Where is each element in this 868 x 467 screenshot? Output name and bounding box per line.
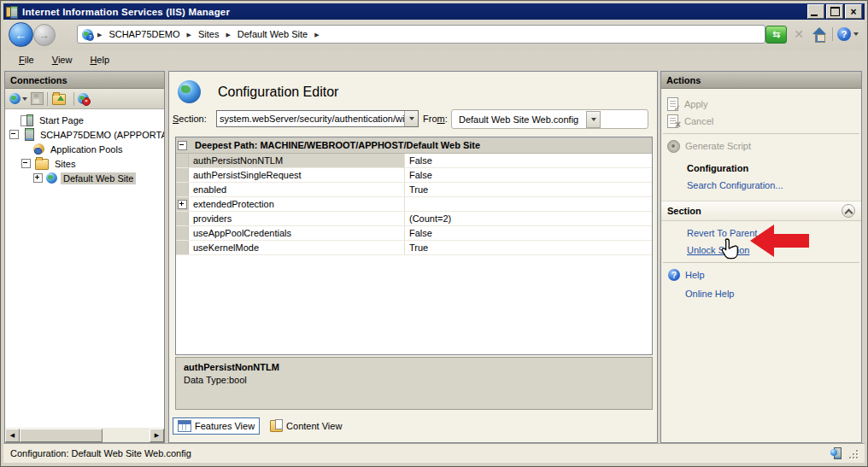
home-button[interactable] — [811, 26, 828, 43]
property-name-cell[interactable]: enabled — [189, 183, 405, 196]
resize-grip[interactable] — [847, 448, 858, 458]
tree-item[interactable]: Start Page — [5, 113, 164, 127]
scroll-thumb[interactable] — [20, 429, 103, 442]
collapse-section-button[interactable] — [842, 204, 855, 218]
configuration-editor-panel: Configuration Editor Section: system.web… — [168, 71, 658, 443]
delete-connection-button[interactable]: × — [78, 93, 89, 104]
apply-button[interactable]: Apply — [661, 96, 861, 113]
property-value-cell[interactable]: False — [405, 226, 652, 240]
grid-row[interactable]: enabledTrue — [176, 183, 652, 197]
script-icon — [667, 140, 680, 153]
tab-features-view[interactable]: Features View — [173, 417, 260, 435]
property-value-cell[interactable]: True — [405, 241, 652, 254]
app-icon — [6, 6, 18, 18]
from-dropdown-button[interactable] — [586, 111, 601, 128]
property-value-cell[interactable]: False — [405, 154, 652, 167]
search-configuration-link[interactable]: Search Configuration... — [661, 177, 861, 194]
breadcrumb-item[interactable]: Default Web Site — [237, 29, 308, 39]
help-link[interactable]: Help — [685, 270, 705, 280]
address-bar[interactable]: ? ▶SCHAP75DEMO▶Sites▶Default Web Site▶ — [77, 25, 765, 44]
menu-bar: FileViewHelp — [3, 50, 865, 69]
property-name-cell[interactable]: providers — [189, 212, 405, 225]
menu-item-view[interactable]: View — [52, 55, 73, 65]
close-button[interactable]: × — [845, 4, 862, 19]
tree-expander-icon[interactable] — [21, 159, 31, 168]
scroll-right-button[interactable]: ▶ — [150, 429, 164, 442]
back-button[interactable]: ← — [9, 22, 33, 47]
menu-item-help[interactable]: Help — [90, 55, 109, 65]
save-connections-button[interactable] — [31, 92, 44, 105]
chevron-down-icon — [409, 117, 414, 120]
grid-row-gutter — [176, 241, 189, 254]
maximize-icon — [830, 7, 840, 16]
property-name-cell[interactable]: authPersistNonNTLM — [189, 154, 405, 167]
tab-content-view[interactable]: Content View — [265, 417, 347, 435]
tree-item[interactable]: SCHAP75DEMO (APPPORTAL — [5, 127, 164, 142]
actions-separator — [663, 133, 859, 134]
connections-panel: Connections × Start PageSCHAP75DEMO (APP… — [4, 71, 165, 443]
property-name-cell[interactable]: extendedProtection — [189, 197, 405, 211]
grid-row[interactable]: authPersistNonNTLMFalse — [176, 154, 652, 168]
stop-button[interactable]: ✕ — [791, 26, 806, 42]
property-value-cell[interactable] — [405, 197, 652, 211]
property-value-cell[interactable]: (Count=2) — [405, 212, 652, 225]
minimize-button[interactable] — [807, 4, 824, 19]
tree-item-label: Default Web Site — [61, 172, 136, 184]
section-dropdown[interactable]: system.webServer/security/authentication… — [216, 110, 419, 127]
from-dropdown[interactable]: Default Web Site Web.config — [451, 109, 648, 129]
grid-row[interactable]: authPersistSingleRequestFalse — [176, 168, 652, 183]
row-expander-icon[interactable] — [178, 200, 187, 209]
stop-icon: ✕ — [794, 27, 804, 41]
maximize-button[interactable] — [826, 4, 843, 19]
connect-globe-icon — [9, 93, 21, 104]
tree-item[interactable]: Application Pools — [5, 142, 164, 156]
property-name-cell[interactable]: useAppPoolCredentials — [189, 226, 405, 240]
cancel-button[interactable]: Cancel — [661, 113, 861, 130]
connect-dropdown-button[interactable] — [9, 93, 27, 104]
property-value-cell[interactable]: True — [405, 183, 652, 196]
breadcrumb-arrow-icon: ▶ — [187, 32, 191, 38]
up-folder-button[interactable] — [52, 94, 66, 105]
breadcrumb-item[interactable]: SCHAP75DEMO — [108, 29, 180, 39]
tree-item-label: Start Page — [37, 114, 86, 126]
connections-tree: Start PageSCHAP75DEMO (APPPORTALApplicat… — [5, 110, 164, 428]
section-dropdown-button[interactable] — [404, 111, 418, 126]
back-arrow-icon: ← — [15, 29, 27, 41]
tree-expander-icon — [9, 116, 17, 124]
property-value-cell[interactable]: False — [405, 168, 652, 182]
breadcrumb: ▶SCHAP75DEMO▶Sites▶Default Web Site▶ — [97, 29, 320, 39]
scroll-left-button[interactable]: ◀ — [5, 429, 20, 442]
close-icon: × — [850, 8, 856, 16]
grid-row[interactable]: providers(Count=2) — [176, 212, 652, 226]
tree-item[interactable]: Default Web Site — [5, 171, 164, 185]
property-name-cell[interactable]: authPersistSingleRequest — [189, 168, 405, 182]
tree-item[interactable]: Sites — [5, 156, 164, 171]
property-name-cell[interactable]: useKernelMode — [189, 241, 405, 254]
online-help-link[interactable]: Online Help — [661, 285, 861, 302]
grid-row[interactable]: useAppPoolCredentialsFalse — [176, 226, 652, 241]
tree-item-label: Application Pools — [48, 143, 125, 155]
tree-expander-icon[interactable] — [9, 130, 19, 139]
help-link-row[interactable]: ? Help — [661, 266, 861, 283]
generate-script-button[interactable]: Generate Script — [661, 137, 861, 155]
application-pools-icon — [33, 143, 44, 155]
help-menu-button[interactable]: ? — [837, 27, 859, 41]
tree-expander-icon[interactable] — [33, 173, 43, 183]
toolbar-separator — [832, 27, 833, 41]
grid-header-row[interactable]: Deepest Path: MACHINE/WEBROOT/APPHOST/De… — [176, 137, 652, 154]
breadcrumb-item[interactable]: Sites — [197, 29, 220, 39]
grid-row[interactable]: useKernelModeTrue — [176, 241, 652, 255]
collapse-expander-icon[interactable] — [178, 141, 187, 150]
tab-label: Content View — [286, 421, 342, 431]
grid-row[interactable]: extendedProtection — [176, 197, 652, 212]
refresh-button[interactable]: ⇆ — [765, 26, 787, 44]
forward-button[interactable]: → — [33, 24, 56, 46]
delete-x-icon: × — [82, 97, 91, 106]
grid-row-gutter — [176, 197, 189, 211]
configuration-editor-globe-icon — [178, 80, 201, 103]
help-icon: ? — [837, 27, 851, 41]
actions-header: Actions — [661, 72, 861, 89]
horizontal-scrollbar[interactable]: ◀ ▶ — [5, 428, 164, 442]
navigation-toolbar: ← → ? ▶SCHAP75DEMO▶Sites▶Default Web Sit… — [3, 20, 865, 50]
menu-item-file[interactable]: File — [19, 55, 34, 65]
